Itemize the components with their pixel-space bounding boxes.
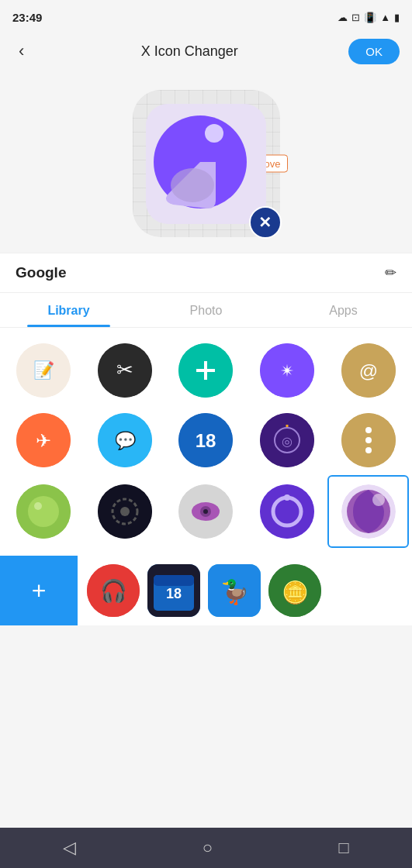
svg-text:🦆: 🦆 (220, 578, 250, 606)
svg-text:◎: ◎ (282, 435, 293, 448)
status-icons: ☁ ⊡ 📳 ▲ ▮ (338, 12, 400, 23)
icon-grid: 📝 ✂ + ✴ @ ✈ 💬 18 ◎ (0, 328, 412, 556)
svg-text:18: 18 (166, 586, 182, 601)
grid-icon-cell-9[interactable]: ◎ (247, 405, 328, 475)
tabs-bar: Library Photo Apps (0, 293, 412, 328)
svg-point-32 (34, 502, 42, 510)
svg-point-27 (365, 427, 372, 433)
nav-home-button[interactable]: ○ (187, 832, 228, 864)
compass-icon: ◎ (260, 413, 314, 467)
vibrate-icon: 📳 (364, 12, 376, 23)
svg-point-31 (28, 496, 59, 527)
battery-icon: ▮ (394, 12, 400, 23)
windmill-icon: ✴ (260, 343, 314, 398)
app-name-text: Google (16, 264, 66, 281)
svg-text:✂: ✂ (116, 358, 133, 381)
grid-icon-cell-3[interactable]: + (165, 336, 247, 405)
cast-icon: ⊡ (351, 12, 360, 23)
bottom-action-row: + 🎧 18 🦆 🪙 (0, 556, 412, 625)
x-badge[interactable]: ✕ (249, 206, 282, 239)
status-time: 23:49 (12, 11, 42, 24)
bottom-coins-icon[interactable]: 🪙 (268, 564, 321, 617)
x-badge-icon: ✕ (258, 215, 272, 230)
dots-icon (341, 413, 396, 467)
cloud-icon: ☁ (338, 12, 348, 23)
header: ‹ X Icon Changer OK (0, 31, 412, 74)
nav-menu-button[interactable]: □ (323, 832, 364, 864)
svg-text:🎧: 🎧 (100, 578, 127, 604)
bottom-music-icon[interactable]: 🎧 (87, 564, 140, 617)
grid-icon-cell-2[interactable]: ✂ (85, 336, 166, 405)
svg-point-42 (284, 494, 290, 501)
svg-point-45 (372, 494, 385, 506)
svg-point-28 (365, 437, 372, 443)
cut-icon: ✂ (98, 343, 152, 398)
chat-icon: 💬 (98, 413, 152, 467)
medal-icon: @ (341, 343, 396, 398)
selected-purple-icon (341, 484, 396, 539)
back-button[interactable]: ‹ (12, 38, 30, 64)
calendar-18-icon: 18 (178, 413, 233, 467)
grid-icon-cell-10[interactable] (327, 405, 409, 475)
add-icon: + (32, 577, 47, 605)
svg-point-29 (365, 447, 372, 453)
svg-text:✴: ✴ (280, 361, 294, 381)
icon-preview-wrapper: ✕ ☞ remove (133, 90, 280, 237)
plane-icon: ✈ (16, 413, 71, 467)
edit-icon[interactable]: ✏ (385, 264, 396, 281)
svg-point-40 (260, 484, 314, 539)
add-button[interactable]: + (0, 556, 78, 625)
grid-icon-cell-12[interactable] (85, 475, 166, 548)
svg-point-39 (203, 509, 208, 514)
note-icon: 📝 (16, 343, 71, 398)
tab-library[interactable]: Library (0, 293, 137, 327)
grid-icon-cell-5[interactable]: @ (327, 336, 409, 405)
tab-apps[interactable]: Apps (275, 293, 412, 327)
ok-button[interactable]: OK (348, 39, 400, 64)
grid-icon-cell-8[interactable]: 18 (165, 405, 247, 475)
ring-icon (260, 484, 314, 539)
grid-icon-cell-6[interactable]: ✈ (3, 405, 85, 475)
nav-back-button[interactable]: ◁ (47, 832, 92, 864)
app-name-row: Google ✏ (0, 253, 412, 293)
status-bar: 23:49 ☁ ⊡ 📳 ▲ ▮ (0, 0, 412, 31)
grid-icon-cell-13[interactable] (165, 475, 247, 548)
svg-text:🪙: 🪙 (282, 580, 309, 605)
grid-icon-cell-1[interactable]: 📝 (3, 336, 85, 405)
eye-icon (178, 484, 233, 539)
nav-bar: ◁ ○ □ (0, 828, 412, 868)
bottom-calendar-icon[interactable]: 18 (147, 564, 200, 617)
bottom-icon-strip: 🎧 18 🦆 🪙 (78, 556, 412, 625)
wifi-icon: ▲ (380, 12, 390, 23)
grid-icon-cell-11[interactable] (3, 475, 85, 548)
tab-photo[interactable]: Photo (137, 293, 275, 327)
svg-text:@: @ (359, 360, 378, 381)
icon-preview-svg (146, 104, 266, 224)
ball-icon (16, 484, 71, 539)
svg-point-35 (120, 507, 130, 516)
svg-point-3 (171, 168, 214, 202)
svg-rect-50 (154, 575, 194, 586)
gear-circle-icon (98, 484, 152, 539)
header-title: X Icon Changer (141, 43, 238, 60)
plus-icon: + (178, 343, 233, 398)
svg-text:📝: 📝 (33, 360, 55, 381)
svg-text:18: 18 (196, 430, 216, 451)
svg-point-2 (205, 124, 223, 143)
icon-preview-area: ✕ ☞ remove (0, 74, 412, 245)
grid-icon-cell-7[interactable]: 💬 (85, 405, 166, 475)
grid-icon-cell-4[interactable]: ✴ (247, 336, 328, 405)
bottom-game-icon[interactable]: 🦆 (208, 564, 261, 617)
svg-text:💬: 💬 (114, 430, 136, 451)
svg-text:✈: ✈ (36, 430, 51, 451)
grid-icon-cell-15[interactable] (327, 475, 409, 548)
grid-icon-cell-14[interactable] (247, 475, 328, 548)
